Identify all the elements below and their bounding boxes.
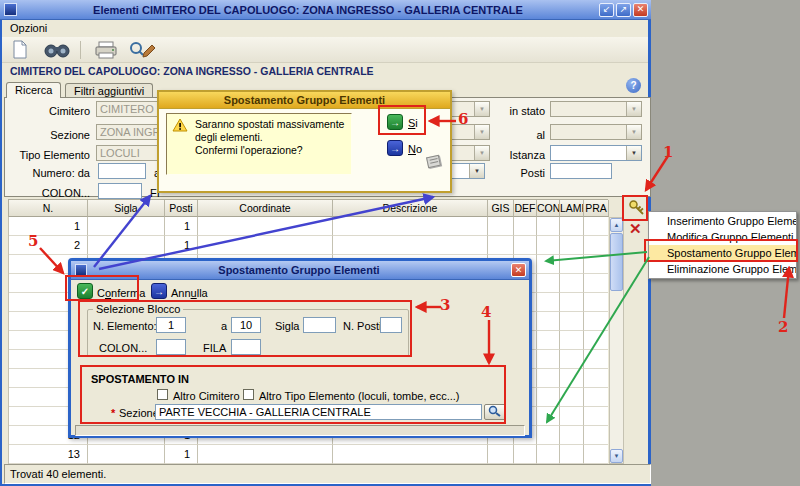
dialog-icon xyxy=(75,264,87,276)
column-header[interactable]: Sigla xyxy=(88,200,165,217)
cancel-button[interactable]: Annulla xyxy=(171,287,208,299)
column-header[interactable]: DEF xyxy=(514,200,537,217)
sezione-label: Sezione xyxy=(10,129,90,141)
table-cell xyxy=(514,445,537,464)
window-title: Elementi CIMITERO DEL CAPOLUOGO: ZONA IN… xyxy=(17,4,599,16)
table-cell xyxy=(584,293,608,312)
column-header[interactable]: CON xyxy=(537,200,560,217)
maximize-icon[interactable]: ↗ xyxy=(616,3,631,17)
dialog-titlebar[interactable]: Spostamento Gruppo Elementi ✕ xyxy=(71,261,529,280)
menu-opzioni[interactable]: Opzioni xyxy=(10,22,47,34)
chevron-down-icon[interactable]: ▼ xyxy=(474,102,489,116)
altro-cimitero-checkbox[interactable] xyxy=(157,389,168,400)
altro-tipo-checkbox[interactable] xyxy=(243,389,254,400)
al-combo[interactable]: ▼ xyxy=(550,124,642,140)
table-cell xyxy=(537,388,560,407)
toolbar-separator xyxy=(80,41,81,59)
column-header[interactable]: Coordinate xyxy=(198,200,333,217)
dialog-title: Spostamento Gruppo Elementi xyxy=(87,264,511,276)
numero-da-input[interactable] xyxy=(98,163,146,179)
colonna-blocco-input[interactable] xyxy=(156,339,186,355)
search-edit-icon[interactable] xyxy=(128,41,156,59)
group-elements-key-icon[interactable] xyxy=(628,199,646,217)
menu-item[interactable]: Inserimento Gruppo Elementi... xyxy=(649,213,796,229)
table-cell xyxy=(537,274,560,293)
tab-filtri-aggiuntivi[interactable]: Filtri aggiuntivi xyxy=(65,83,153,98)
chevron-down-icon[interactable]: ▼ xyxy=(469,164,484,178)
table-cell xyxy=(488,217,514,236)
cancel-arrow-icon[interactable]: → xyxy=(151,283,167,299)
chevron-down-icon[interactable]: ▼ xyxy=(474,125,489,139)
menu-item[interactable]: Modifica Gruppo Elementi... xyxy=(649,229,796,245)
confirm-toast: Spostamento Gruppo Elementi Saranno spos… xyxy=(157,90,452,193)
help-icon[interactable]: ? xyxy=(626,78,641,93)
delete-x-icon[interactable]: ✕ xyxy=(629,220,642,238)
column-header[interactable]: N. xyxy=(9,200,88,217)
table-cell xyxy=(537,426,560,445)
yes-arrow-icon[interactable]: → xyxy=(387,114,403,130)
table-cell xyxy=(488,445,514,464)
colonna-input[interactable] xyxy=(98,183,142,199)
n-elemento-a-input[interactable] xyxy=(231,317,261,333)
column-header[interactable]: Posti xyxy=(165,200,198,217)
menu-item[interactable]: Spostamento Gruppo Elementi... xyxy=(649,245,796,261)
restore-down-icon[interactable]: ↙ xyxy=(599,3,614,17)
close-icon[interactable]: ✕ xyxy=(633,3,648,17)
n-posti-input[interactable] xyxy=(380,317,402,333)
column-header[interactable]: GIS xyxy=(488,200,514,217)
print-icon[interactable] xyxy=(94,41,118,59)
sezione-lookup-button[interactable] xyxy=(484,404,506,420)
table-cell xyxy=(560,331,584,350)
window-titlebar[interactable]: Elementi CIMITERO DEL CAPOLUOGO: ZONA IN… xyxy=(0,0,651,20)
chevron-down-icon[interactable]: ▼ xyxy=(474,146,489,160)
spostamento-in-legend: SPOSTAMENTO IN xyxy=(91,373,189,385)
binoculars-search-icon[interactable] xyxy=(44,42,70,58)
posti-label: Posti xyxy=(490,167,545,179)
note-icon xyxy=(426,155,441,168)
menu-item[interactable]: Eliminazione Gruppo Elementi... xyxy=(649,261,796,277)
no-button[interactable]: No xyxy=(408,143,422,155)
column-header[interactable]: PRA xyxy=(584,200,609,217)
sezione-dest-input[interactable] xyxy=(155,404,482,420)
table-cell xyxy=(584,407,608,426)
no-arrow-icon[interactable]: → xyxy=(387,140,403,156)
table-cell xyxy=(584,255,608,274)
dialog-close-icon[interactable]: ✕ xyxy=(511,263,526,277)
chevron-down-icon[interactable]: ▼ xyxy=(626,102,641,116)
table-row[interactable]: 131 xyxy=(9,445,608,464)
fila-blocco-input[interactable] xyxy=(231,339,261,355)
n-elemento-a-label: a xyxy=(221,320,227,332)
table-cell: 1 xyxy=(165,445,198,464)
table-cell xyxy=(537,312,560,331)
n-elemento-da-input[interactable] xyxy=(156,317,186,333)
chevron-down-icon[interactable]: ▼ xyxy=(626,146,641,160)
table-cell xyxy=(584,312,608,331)
confirm-check-icon[interactable]: ✓ xyxy=(77,283,93,299)
confirm-button[interactable]: Conferma xyxy=(97,287,145,299)
istanza-combo[interactable]: ▼ xyxy=(550,145,642,161)
table-cell xyxy=(560,236,584,255)
posti-input[interactable] xyxy=(550,163,612,179)
fila-blocco-label: FILA xyxy=(203,342,226,354)
table-cell xyxy=(537,217,560,236)
chevron-down-icon[interactable]: ▼ xyxy=(626,125,641,139)
in-stato-combo[interactable]: ▼ xyxy=(550,101,642,117)
table-cell: 13 xyxy=(9,445,88,464)
scrollbar-thumb[interactable] xyxy=(610,233,623,291)
column-header[interactable]: LAMP xyxy=(560,200,584,217)
sigla-input[interactable] xyxy=(303,317,336,333)
vertical-scrollbar[interactable]: ▲ ▼ xyxy=(609,217,624,464)
table-cell xyxy=(537,236,560,255)
table-row[interactable]: 21 xyxy=(9,236,608,255)
table-cell xyxy=(560,407,584,426)
scroll-up-icon[interactable]: ▲ xyxy=(610,218,623,232)
column-header[interactable]: Descrizione xyxy=(333,200,488,217)
move-group-dialog: Spostamento Gruppo Elementi ✕ ✓ Conferma… xyxy=(68,258,532,438)
new-document-icon[interactable] xyxy=(12,40,28,59)
in-stato-label: in stato xyxy=(490,105,545,117)
yes-button[interactable]: Si xyxy=(408,117,418,129)
n-posti-label: N. Posti xyxy=(343,320,382,332)
tab-ricerca[interactable]: Ricerca xyxy=(6,82,61,98)
table-row[interactable]: 11 xyxy=(9,217,608,236)
scroll-down-icon[interactable]: ▼ xyxy=(610,449,623,463)
